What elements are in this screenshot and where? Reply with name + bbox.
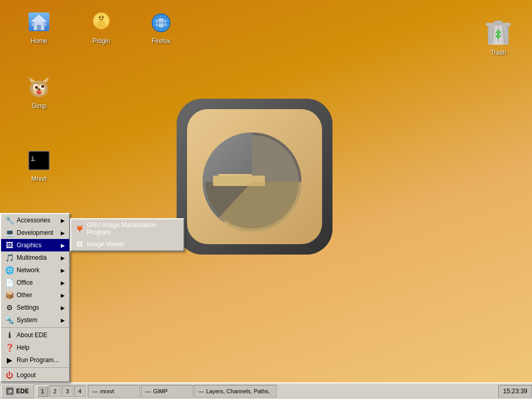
system-label: System [17,316,37,324]
settings-icon: ⚙ [5,303,14,312]
multimedia-icon: 🎵 [5,254,14,262]
other-icon: 📦 [5,291,14,299]
office-arrow: ▶ [61,280,65,286]
run-icon: ▶ [5,356,14,364]
svg-point-29 [43,86,44,88]
app-menu: 🔧 Accessories ▶ 💻 Development ▶ 🖼 Graphi… [0,213,70,382]
home-label: Home [31,37,47,45]
taskbar-gimp[interactable]: — GIMP [141,385,193,397]
multimedia-arrow: ▶ [61,255,65,261]
pidgin-icon[interactable]: Pidgin [81,10,122,45]
menu-sep2 [1,367,69,368]
network-arrow: ▶ [61,268,65,273]
other-arrow: ▶ [61,292,65,298]
office-label: Office [17,279,33,286]
about-label: About EDE [17,331,47,339]
svg-rect-6 [43,23,46,26]
taskbar-mrxvt[interactable]: — mrxvt [88,385,140,397]
taskbar: EDE 1 2 3 4 — mrxvt — GIMP — [0,382,532,399]
svg-point-12 [102,17,104,18]
workspace-2[interactable]: 2 [49,385,61,397]
multimedia-label: Multimedia [17,254,47,261]
svg-rect-4 [37,25,41,30]
accessories-arrow: ▶ [61,218,65,223]
network-label: Network [17,267,39,274]
workspace-switcher: 1 2 3 4 [37,385,86,397]
taskbar-clock: 15:23:39 [498,385,532,397]
start-label: EDE [16,388,29,395]
submenu-gimp[interactable]: 🦊 GNU Image Manipulation Program [71,219,183,238]
menu-other[interactable]: 📦 Other ▶ [1,289,69,301]
help-icon: ❓ [5,343,14,352]
svg-point-10 [97,21,106,29]
development-icon: 💻 [5,229,14,237]
start-button[interactable]: EDE [1,384,34,398]
svg-text:$_: $_ [31,155,37,161]
logout-label: Logout [17,371,36,379]
workspace-3[interactable]: 3 [62,385,73,397]
accessories-label: Accessories [17,217,50,224]
network-icon: 🌐 [5,266,14,274]
menu-about[interactable]: ℹ About EDE [1,329,69,341]
workspace-1-label: 1 [41,388,44,394]
firefox-icon[interactable]: Firefox [140,10,182,45]
graphics-arrow: ▶ [61,243,65,248]
development-label: Development [17,229,54,236]
trash-icon[interactable]: Trash [480,16,516,56]
imageviewer-icon: 🖼 [75,240,84,248]
help-label: Help [17,344,30,351]
graphics-label: Graphics [17,242,42,249]
workspace-4[interactable]: 4 [74,385,86,397]
menu-office[interactable]: 📄 Office ▶ [1,276,69,289]
accessories-icon: 🔧 [5,216,14,224]
run-label: Run Program... [17,356,59,364]
gimp-submenu-label: GNU Image Manipulation Program [87,221,179,236]
taskbar-mrxvt-dash: — [92,388,98,394]
graphics-submenu: 🦊 GNU Image Manipulation Program 🖼 Image… [70,218,184,251]
menu-graphics[interactable]: 🖼 Graphics ▶ 🦊 GNU Image Manipulation Pr… [1,239,69,251]
mrxvt-icon[interactable]: $_ Mrxvt [18,148,60,182]
office-icon: 📄 [5,278,14,287]
ede-logo [171,94,338,260]
other-label: Other [17,291,32,299]
firefox-label: Firefox [152,37,171,45]
menu-logout[interactable]: ⏻ Logout [1,369,69,381]
taskbar-mrxvt-label: mrxvt [100,388,114,394]
gimp-submenu-icon: 🦊 [75,224,84,233]
menu-accessories[interactable]: 🔧 Accessories ▶ [1,214,69,227]
ede-start-icon [6,387,14,395]
taskbar-gimp-label: GIMP [153,388,168,394]
trash-label: Trash [490,49,506,56]
svg-point-30 [36,90,42,95]
workspace-4-label: 4 [78,388,82,394]
development-arrow: ▶ [61,230,65,236]
workspace-3-label: 3 [66,388,69,394]
menu-multimedia[interactable]: 🎵 Multimedia ▶ [1,251,69,264]
logout-icon: ⏻ [5,371,14,379]
taskbar-layers[interactable]: — Layers, Channels, Paths, [194,385,277,397]
menu-run[interactable]: ▶ Run Program... [1,354,69,366]
system-arrow: ▶ [61,317,65,323]
home-icon[interactable]: Home [18,10,60,45]
svg-point-28 [36,87,38,89]
svg-rect-5 [32,23,35,26]
svg-point-31 [37,88,41,90]
menu-sep1 [1,327,69,328]
imageviewer-label: Image Viewer [87,241,125,248]
taskbar-layers-dash: — [198,388,204,394]
clock-display: 15:23:39 [503,388,527,395]
svg-rect-40 [494,21,502,24]
menu-development[interactable]: 💻 Development ▶ [1,227,69,239]
workspace-2-label: 2 [54,388,57,394]
submenu-imageviewer[interactable]: 🖼 Image Viewer [71,238,183,250]
mrxvt-label: Mrxvt [31,175,46,182]
menu-help[interactable]: ❓ Help [1,341,69,354]
system-icon: 🔩 [5,316,14,324]
menu-settings[interactable]: ⚙ Settings ▶ [1,301,69,314]
menu-system[interactable]: 🔩 System ▶ [1,314,69,326]
desktop: Home Pidgin [0,0,532,399]
gimp-desktop-icon[interactable]: Gimp [18,75,60,110]
menu-network[interactable]: 🌐 Network ▶ [1,264,69,276]
workspace-1[interactable]: 1 [37,385,48,397]
taskbar-layers-label: Layers, Channels, Paths, [206,388,270,394]
